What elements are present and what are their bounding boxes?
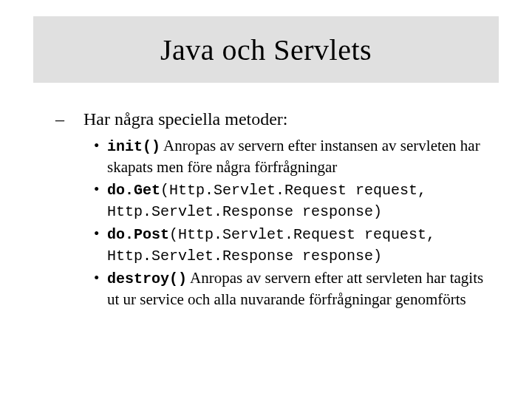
slide-title: Java och Servlets (160, 33, 372, 67)
list-item: init() Anropas av servern efter instanse… (94, 135, 484, 177)
list-item: do.Post(Http.Servlet.Request request, Ht… (94, 223, 484, 266)
intro-text: Har några speciella metoder: (83, 109, 288, 129)
body-content: –Har några speciella metoder: init() Anr… (70, 109, 484, 312)
title-band: Java och Servlets (33, 16, 499, 83)
method-list: init() Anropas av servern efter instanse… (70, 135, 484, 310)
intro-line: –Har några speciella metoder: (70, 109, 484, 129)
item-desc: Anropas av servern efter instansen av se… (107, 137, 480, 176)
list-item: do.Get(Http.Servlet.Request request, Htt… (94, 179, 484, 222)
code-bold: do.Post (107, 226, 169, 243)
list-item: destroy() Anropas av servern efter att s… (94, 267, 484, 310)
dash-bullet: – (70, 109, 83, 129)
code-bold: destroy() (107, 270, 187, 287)
slide: Java och Servlets –Har några speciella m… (0, 0, 532, 399)
code-bold: do.Get (107, 182, 160, 199)
code-bold: init() (107, 138, 160, 155)
